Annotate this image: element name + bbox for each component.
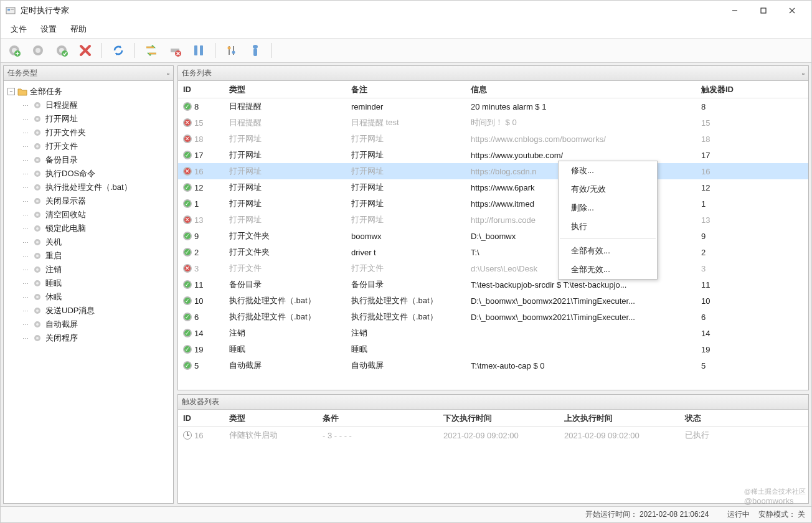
table-row[interactable]: ✓5 自动截屏 自动截屏 T:\tmex-auto-cap $ 0 5 [178,357,808,374]
check-icon: ✓ [183,280,192,289]
cell-type: 日程提醒 [224,98,346,115]
task-list-title: 任务列表 [182,68,212,78]
task-list[interactable]: ID 类型 备注 信息 触发器ID ✓8 日程提醒 reminder 20 mi… [178,81,808,390]
tree-item[interactable]: ⋯ 打开网址 [21,112,171,126]
close-button[interactable] [778,1,806,21]
col-type[interactable]: 类型 [224,82,346,98]
tree-item[interactable]: ⋯ 休眠 [21,290,171,304]
menu-file[interactable]: 文件 [4,21,33,37]
cell-id: 11 [194,280,203,290]
table-row[interactable]: ✕15 日程提醒 日程提醒 test 时间到！ $ 0 15 [178,115,808,131]
cell-note: 注销 [346,325,466,341]
gear-icon [33,183,42,192]
toolbar-delete-button[interactable] [75,40,95,60]
col-info[interactable]: 信息 [466,82,696,98]
context-menu-all-disable[interactable]: 全部无效... [559,260,657,279]
tree-item[interactable]: ⋯ 打开文件夹 [21,126,171,139]
collapse-icon[interactable]: − [7,88,15,95]
tree-item[interactable]: ⋯ 执行批处理文件（.bat） [21,181,171,194]
col-id[interactable]: ID [178,82,224,97]
pin-icon[interactable]: ▫ [802,70,805,77]
table-row[interactable]: ✓9 打开文件夹 boomwx D:\_boomwx 9 [178,228,808,244]
tree-item[interactable]: ⋯ 发送UDP消息 [21,304,171,318]
tree-item[interactable]: ⋯ 执行DOS命令 [21,167,171,181]
toolbar-tools-button[interactable] [222,40,242,60]
task-types-tree[interactable]: − 全部任务 ⋯ 日程提醒⋯ 打开网址⋯ 打开文件夹⋯ 打开文件⋯ 备份目录⋯ … [4,81,173,503]
tree-item[interactable]: ⋯ 关闭程序 [21,331,171,345]
context-menu-all-enable[interactable]: 全部有效... [559,242,657,260]
table-row[interactable]: ✓8 日程提醒 reminder 20 minutes alarm $ 1 8 [178,98,808,115]
col-tid[interactable]: 触发器ID [696,82,808,98]
table-row[interactable]: 16 伴随软件启动 - 3 - - - - 2021-02-09 09:02:0… [178,427,808,443]
svg-point-44 [36,241,39,243]
svg-rect-18 [200,45,203,55]
toolbar-refresh-button[interactable] [108,40,128,60]
table-row[interactable]: ✕18 打开网址 打开网址 https://www.cnblogs.com/bo… [178,131,808,147]
tree-item-label: 关机 [45,237,62,248]
toolbar-stop-button[interactable] [165,40,185,60]
table-row[interactable]: ✓2 打开文件夹 driver t T:\ 2 [178,244,808,260]
table-row[interactable]: ✓1 打开网址 打开网址 https://www.itmed 1 [178,196,808,212]
gear-icon [33,279,42,288]
pin-icon[interactable]: ▫ [167,70,169,77]
toolbar-run-button[interactable] [141,40,161,60]
tree-item[interactable]: ⋯ 自动截屏 [21,318,171,331]
check-icon: ✓ [183,329,192,337]
toolbar-add-button[interactable] [4,40,24,60]
table-row[interactable]: ✕13 打开网址 打开网址 http://forums.code 13 [178,212,808,228]
tree-item[interactable]: ⋯ 日程提醒 [21,98,171,112]
trigger-list[interactable]: ID 类型 条件 下次执行时间 上次执行时间 状态 16 伴随软件启动 - 3 … [178,410,808,503]
tree-item[interactable]: ⋯ 关闭显示器 [21,194,171,208]
gear-icon [33,265,42,274]
tcol-cond[interactable]: 条件 [318,410,438,426]
gear-icon [33,128,42,137]
tree-item[interactable]: ⋯ 备份目录 [21,153,171,167]
gear-icon [33,142,42,151]
svg-point-48 [36,268,39,271]
table-row[interactable]: ✓14 注销 注销 14 [178,325,808,341]
tree-branch-icon: ⋯ [22,157,29,164]
tree-item[interactable]: ⋯ 锁定此电脑 [21,222,171,235]
tree-item[interactable]: ⋯ 关机 [21,235,171,249]
menu-help[interactable]: 帮助 [64,21,93,37]
toolbar-pause-button[interactable] [189,40,209,60]
toolbar-info-button[interactable] [245,40,265,60]
tree-branch-icon: ⋯ [22,171,29,177]
cell-note: 睡眠 [346,341,466,357]
svg-rect-1 [7,9,10,11]
tree-item[interactable]: ⋯ 清空回收站 [21,208,171,222]
context-menu-modify[interactable]: 修改... [559,161,657,180]
tree-item[interactable]: ⋯ 打开文件 [21,139,171,153]
maximize-button[interactable] [749,1,778,21]
toolbar-enable-button[interactable] [52,40,72,60]
cell-trigger-id: 3 [696,262,808,276]
tree-item[interactable]: ⋯ 重启 [21,249,171,263]
menu-settings[interactable]: 设置 [34,21,63,37]
tcol-state[interactable]: 状态 [680,410,808,426]
tcol-next[interactable]: 下次执行时间 [438,410,559,426]
table-row[interactable]: ✕3 打开文件 打开文件 d:\Users\Leo\Desk 3 [178,260,808,276]
context-menu-execute[interactable]: 执行 [559,217,657,236]
tcol-type[interactable]: 类型 [224,410,318,426]
tree-root-all-tasks[interactable]: − 全部任务 [6,85,171,98]
table-row[interactable]: ✓17 打开网址 打开网址 https://www.youtube.com/ 1… [178,147,808,163]
tree-item[interactable]: ⋯ 注销 [21,263,171,276]
col-note[interactable]: 备注 [346,82,466,98]
tcol-id[interactable]: ID [178,411,224,425]
tree-item-label: 清空回收站 [45,209,86,220]
table-row[interactable]: ✓10 执行批处理文件（.bat） 执行批处理文件（.bat） D:\_boom… [178,293,808,309]
toolbar-settings-button[interactable] [28,40,48,60]
tree-item[interactable]: ⋯ 睡眠 [21,276,171,290]
svg-point-26 [36,118,39,120]
tcol-last[interactable]: 上次执行时间 [559,410,680,426]
context-menu-toggle[interactable]: 有效/无效 [559,180,657,199]
table-row[interactable]: ✓11 备份目录 备份目录 T:\test-backupjob-srcdir $… [178,276,808,293]
table-row[interactable]: ✓19 睡眠 睡眠 19 [178,341,808,357]
table-row[interactable]: ✓12 打开网址 打开网址 https://www.6park 12 [178,179,808,196]
tree-branch-icon: ⋯ [22,294,29,301]
table-row[interactable]: ✓6 执行批处理文件（.bat） 执行批处理文件（.bat） D:\_boomw… [178,309,808,325]
svg-point-54 [36,309,39,312]
minimize-button[interactable] [720,1,749,21]
context-menu-delete[interactable]: 删除... [559,199,657,217]
table-row[interactable]: ✕16 打开网址 打开网址 https://blog.csdn.n 16 [178,163,808,179]
